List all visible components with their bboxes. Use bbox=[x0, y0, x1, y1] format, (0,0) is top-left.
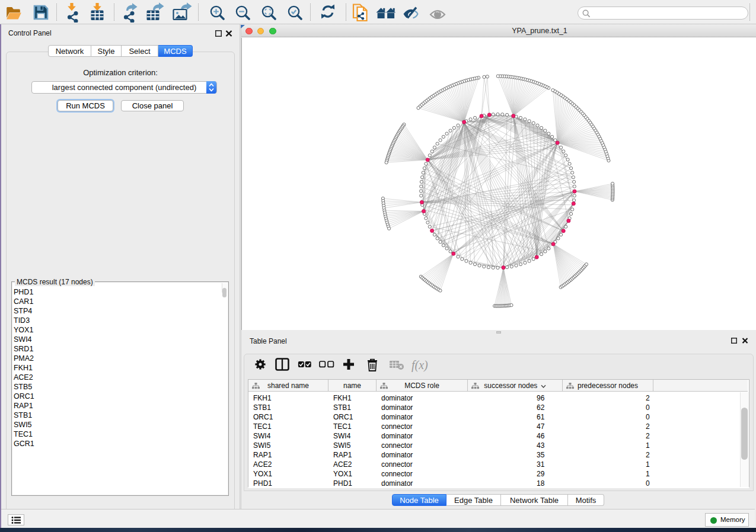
svg-text:f(x): f(x) bbox=[412, 358, 428, 372]
